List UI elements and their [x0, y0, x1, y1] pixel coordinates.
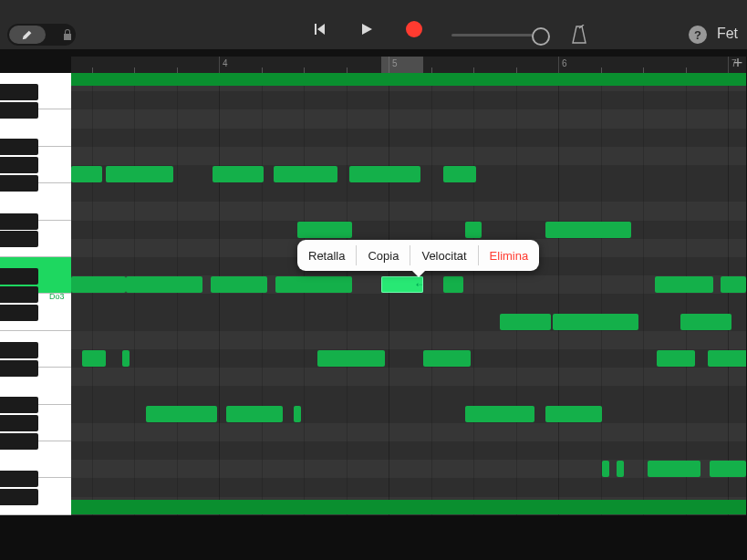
grid-line	[558, 73, 559, 515]
bar-number: 4	[223, 58, 228, 68]
record-button[interactable]	[405, 20, 423, 38]
play-icon	[359, 22, 374, 36]
midi-note[interactable]	[545, 406, 602, 422]
midi-note[interactable]	[211, 276, 267, 293]
black-key[interactable]	[0, 268, 38, 285]
transport-controls	[310, 20, 423, 38]
octave-label: Do3	[49, 292, 65, 301]
midi-note[interactable]	[317, 350, 385, 367]
midi-note[interactable]	[465, 406, 534, 422]
midi-note[interactable]	[680, 314, 731, 330]
metronome-button[interactable]	[570, 25, 588, 45]
black-key[interactable]	[0, 286, 38, 303]
menu-item-cut[interactable]: Retalla	[297, 249, 356, 263]
note-resize-handle[interactable]: ⇠	[416, 280, 421, 289]
done-button[interactable]: Fet	[717, 26, 738, 42]
midi-note[interactable]	[349, 166, 420, 182]
midi-note[interactable]	[708, 350, 746, 367]
add-track-button[interactable]: +	[731, 57, 745, 71]
grid-line	[643, 73, 644, 515]
grid-row	[71, 109, 746, 128]
black-key[interactable]	[0, 231, 38, 247]
menu-item-copy[interactable]: Copia	[357, 249, 410, 263]
black-key[interactable]	[0, 139, 38, 155]
black-key[interactable]	[0, 360, 38, 377]
grid-line	[601, 73, 602, 515]
midi-note[interactable]	[553, 314, 638, 330]
grid-row	[71, 91, 746, 109]
grid-line	[473, 73, 474, 515]
black-key[interactable]	[0, 305, 38, 321]
black-key[interactable]	[0, 342, 38, 358]
grid-row	[71, 460, 746, 478]
midi-note[interactable]	[655, 276, 713, 293]
black-key[interactable]	[0, 175, 38, 192]
midi-note[interactable]: ⇠	[381, 276, 423, 293]
playhead-locator[interactable]	[381, 57, 423, 73]
midi-note[interactable]	[71, 276, 126, 293]
bar-tick	[728, 57, 729, 73]
midi-note[interactable]	[274, 166, 337, 182]
black-key[interactable]	[0, 213, 38, 230]
midi-note[interactable]	[593, 222, 631, 238]
midi-note[interactable]	[648, 461, 700, 477]
note-context-menu: RetallaCopiaVelocitatElimina	[297, 240, 539, 271]
midi-note[interactable]	[710, 461, 746, 477]
record-icon	[406, 21, 422, 37]
menu-item-delete[interactable]: Elimina	[479, 249, 540, 263]
menu-tail	[412, 271, 425, 277]
pencil-icon	[21, 28, 34, 41]
top-toolbar: ? Fet	[0, 0, 747, 49]
midi-note[interactable]	[423, 350, 471, 367]
midi-note[interactable]	[213, 166, 264, 182]
skip-back-icon	[311, 21, 327, 37]
midi-note[interactable]	[721, 276, 746, 293]
midi-note[interactable]	[443, 166, 476, 182]
volume-knob[interactable]	[532, 27, 550, 46]
black-key[interactable]	[0, 157, 38, 173]
menu-item-velocity[interactable]: Velocitat	[410, 249, 477, 263]
grid-line	[347, 73, 348, 515]
black-key[interactable]	[0, 471, 38, 487]
lock-icon	[62, 28, 73, 45]
volume-slider[interactable]	[451, 31, 552, 38]
midi-note[interactable]	[122, 350, 130, 367]
midi-note[interactable]	[106, 166, 173, 182]
midi-note[interactable]	[82, 350, 106, 367]
grid-row	[71, 147, 746, 165]
black-key[interactable]	[0, 102, 38, 119]
midi-note[interactable]	[226, 406, 283, 422]
grid-line	[686, 73, 687, 515]
piano-keyboard[interactable]: Do3	[0, 73, 71, 515]
grid-row	[71, 202, 746, 220]
go-to-start-button[interactable]	[310, 20, 328, 38]
midi-note[interactable]	[126, 276, 202, 293]
midi-note[interactable]	[657, 350, 695, 367]
midi-note[interactable]	[294, 406, 301, 422]
help-button[interactable]: ?	[689, 26, 707, 44]
grid-row	[71, 313, 746, 331]
midi-note[interactable]	[146, 406, 217, 422]
midi-note[interactable]	[617, 461, 624, 477]
midi-note[interactable]	[443, 276, 463, 293]
midi-note[interactable]	[297, 222, 352, 238]
midi-note[interactable]	[71, 166, 102, 182]
black-key[interactable]	[0, 397, 38, 413]
region-strip	[71, 500, 746, 514]
tool-mode-toggle[interactable]	[7, 24, 76, 46]
black-key[interactable]	[0, 84, 38, 100]
midi-note[interactable]	[500, 314, 551, 330]
piano-roll-grid[interactable]: ⇠	[71, 73, 746, 515]
grid-row	[71, 386, 746, 404]
pencil-tool[interactable]	[9, 26, 46, 44]
midi-note[interactable]	[275, 276, 352, 293]
grid-row	[71, 129, 746, 147]
black-key[interactable]	[0, 433, 38, 450]
bar-tick	[219, 57, 220, 73]
midi-note[interactable]	[465, 222, 482, 238]
black-key[interactable]	[0, 489, 38, 505]
black-key[interactable]	[0, 415, 38, 431]
midi-note[interactable]	[602, 461, 609, 477]
play-button[interactable]	[358, 20, 376, 38]
grid-line	[389, 73, 389, 515]
